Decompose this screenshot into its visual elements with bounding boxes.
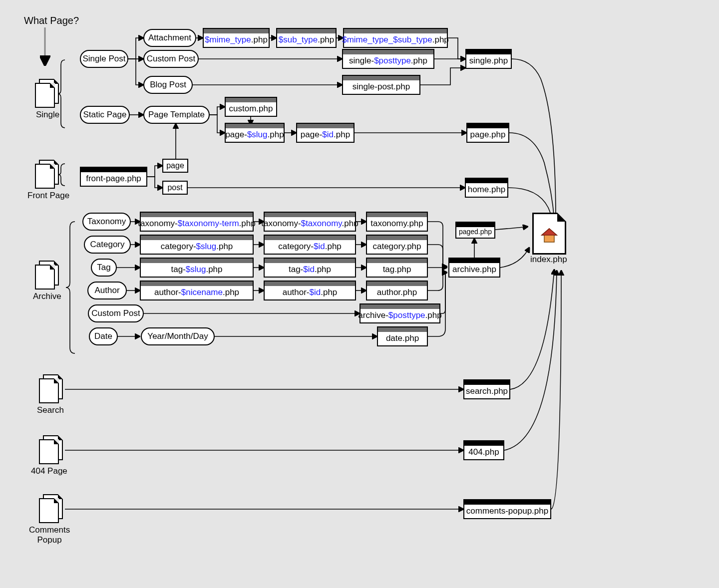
q-tag: Tag	[91, 259, 117, 277]
pages-icon	[35, 261, 59, 290]
file-page-id: page-$id.php	[296, 123, 355, 143]
file-author-nicename: author-$nicename.php	[140, 281, 254, 300]
q-taxonomy: Taxonomy	[82, 213, 131, 231]
q-page-template: Page Template	[143, 106, 210, 124]
file-taxonomy: taxonomy-$taxonomy.php	[264, 212, 356, 232]
section-single: Single	[36, 110, 59, 120]
section-archive: Archive	[33, 292, 61, 301]
file-date: date.php	[377, 326, 428, 346]
q-date: Date	[89, 327, 118, 345]
file-page: page.php	[466, 123, 509, 143]
file-single-posttype: single-$posttype.php	[342, 49, 434, 69]
file-tag-slug: tag-$slug.php	[140, 258, 254, 278]
file-404: 404.php	[463, 440, 504, 460]
file-subtype: $sub_type.php	[276, 28, 337, 48]
file-taxonomy-term: taxonomy-$taxonomy-term.php	[140, 212, 254, 232]
q-category: Category	[84, 236, 131, 254]
q-custom-post: Custom Post	[143, 50, 199, 68]
section-comments: Comments Popup	[29, 525, 70, 545]
q-single-post: Single Post	[80, 50, 128, 68]
file-archive-posttype: archive-$posttype.php	[360, 303, 440, 323]
diagram-title: What Page?	[24, 15, 79, 26]
q-author: Author	[87, 282, 127, 299]
pages-icon	[35, 79, 59, 108]
file-custom: custom.php	[225, 97, 277, 117]
q-ymd: Year/Month/Day	[141, 327, 215, 345]
file-archive: archive.php	[448, 258, 500, 278]
file-index: index.php	[530, 255, 567, 265]
file-paged: paged.php	[455, 222, 495, 239]
file-index-icon	[532, 213, 566, 255]
section-404: 404 Page	[31, 466, 67, 476]
q-custom-post2: Custom Post	[88, 304, 144, 322]
file-mime-subtype: $mime_type_$sub_type.php	[343, 28, 448, 48]
home-icon	[540, 227, 558, 245]
file-comments-popup: comments-popup.php	[463, 499, 551, 519]
file-author-id: author-$id.php	[264, 281, 356, 300]
file-single: single.php	[465, 49, 512, 69]
file-taxonomy-php: taxonomy.php	[366, 212, 428, 232]
file-mime: $mime_type.php	[203, 28, 270, 48]
file-frontpage: front-page.php	[80, 167, 147, 187]
file-category: category.php	[366, 235, 428, 255]
file-category-id: category-$id.php	[264, 235, 356, 255]
pages-icon	[39, 374, 63, 403]
section-search: Search	[37, 405, 64, 415]
file-author: author.php	[366, 281, 428, 300]
label-post: post	[162, 181, 188, 195]
q-blog-post: Blog Post	[143, 76, 193, 94]
label-page: page	[162, 159, 188, 173]
svg-marker-35	[542, 229, 557, 235]
file-search: search.php	[463, 379, 510, 399]
file-tag-id: tag-$id.php	[264, 258, 356, 278]
q-attachment: Attachment	[143, 29, 196, 47]
pages-icon	[39, 494, 63, 523]
section-frontpage: Front Page	[27, 191, 69, 201]
file-single-post: single-post.php	[342, 75, 420, 95]
file-page-slug: page-$slug.php	[225, 123, 285, 143]
file-tag: tag.php	[366, 258, 428, 278]
file-home: home.php	[465, 178, 508, 198]
file-category-slug: category-$slug.php	[140, 235, 254, 255]
q-static-page: Static Page	[80, 106, 130, 124]
pages-icon	[35, 160, 59, 189]
pages-icon	[39, 435, 63, 464]
